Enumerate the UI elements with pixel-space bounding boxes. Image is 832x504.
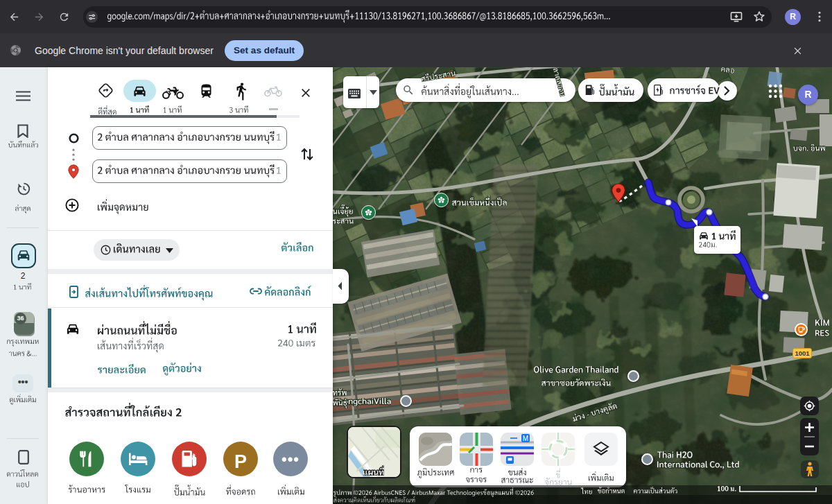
svg-text:M: M [523, 435, 528, 442]
